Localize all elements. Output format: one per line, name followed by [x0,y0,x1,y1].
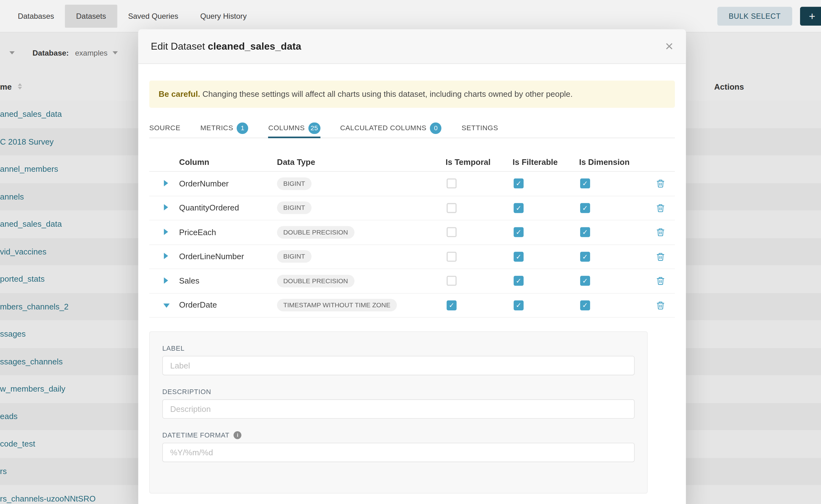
delete-column-icon[interactable] [656,179,665,188]
warning-bold-text: Be careful. [159,90,200,98]
tab-metrics[interactable]: METRICS1 [200,118,248,138]
modal-tabs: SOURCEMETRICS1COLUMNS25CALCULATED COLUMN… [149,118,675,138]
is-filterable-checkbox[interactable]: ✓ [514,300,524,310]
is-temporal-checkbox[interactable] [447,227,457,237]
column-detail-panel: LABEL DESCRIPTION DATETIME FORMAT i [149,331,648,494]
info-icon[interactable]: i [234,431,241,439]
columns-table-body: OrderNumberBIGINT✓✓QuantityOrderedBIGINT… [149,172,675,318]
label-field-group: LABEL [162,344,635,375]
data-type-pill: BIGINT [277,202,311,214]
tab-count-badge: 0 [430,122,442,134]
column-name: OrderLineNumber [179,252,277,261]
warning-text: Changing these settings will affect all … [202,90,573,98]
delete-column-icon[interactable] [656,252,665,261]
expand-caret-icon[interactable] [164,229,168,235]
datetime-format-input[interactable] [162,443,635,462]
tab-columns[interactable]: COLUMNS25 [268,118,320,138]
column-name: PriceEach [179,228,277,237]
modal-title: Edit Dataset cleaned_sales_data [151,41,301,52]
data-type-pill: BIGINT [277,250,311,263]
column-row: QuantityOrderedBIGINT✓✓ [149,196,675,220]
columns-table: ColumnData TypeIs TemporalIs FilterableI… [149,153,675,318]
is-temporal-checkbox[interactable] [447,252,457,262]
data-type-pill: BIGINT [277,177,311,190]
expand-caret-icon[interactable] [164,277,168,284]
datetime-format-field-label: DATETIME FORMAT [162,431,230,439]
close-icon[interactable]: × [665,39,673,53]
column-name: QuantityOrdered [179,203,277,213]
is-filterable-checkbox[interactable]: ✓ [514,227,524,237]
collapse-caret-icon[interactable] [163,304,170,308]
modal-body: Be careful. Changing these settings will… [138,64,686,493]
column-header-is-dimension: Is Dimension [579,157,646,167]
column-name: OrderDate [179,300,277,310]
delete-column-icon[interactable] [656,228,665,236]
tab-source[interactable]: SOURCE [149,118,180,138]
tab-settings[interactable]: SETTINGS [462,118,498,138]
column-header-data-type: Data Type [277,157,446,167]
is-dimension-checkbox[interactable]: ✓ [580,252,590,262]
expand-caret-icon[interactable] [164,204,168,210]
modal-title-dataset-name: cleaned_sales_data [208,41,301,52]
column-row: OrderNumberBIGINT✓✓ [149,172,675,196]
column-row: OrderLineNumberBIGINT✓✓ [149,245,675,269]
description-field-group: DESCRIPTION [162,388,635,419]
tab-count-badge: 25 [308,122,320,134]
is-filterable-checkbox[interactable]: ✓ [514,203,524,213]
data-type-pill: TIMESTAMP WITHOUT TIME ZONE [277,299,397,311]
description-field-label: DESCRIPTION [162,388,211,396]
is-temporal-checkbox[interactable] [447,276,457,286]
modal-header: Edit Dataset cleaned_sales_data × [138,29,686,64]
is-dimension-checkbox[interactable]: ✓ [580,227,590,237]
column-row: SalesDOUBLE PRECISION✓✓ [149,269,675,293]
is-filterable-checkbox[interactable]: ✓ [514,179,524,189]
is-dimension-checkbox[interactable]: ✓ [580,179,590,189]
description-input[interactable] [162,399,635,419]
label-input[interactable] [162,356,635,375]
delete-column-icon[interactable] [656,301,665,309]
column-row: OrderDateTIMESTAMP WITHOUT TIME ZONE✓✓✓ [149,293,675,318]
tab-calculated-columns[interactable]: CALCULATED COLUMNS0 [340,118,442,138]
column-row: PriceEachDOUBLE PRECISION✓✓ [149,220,675,245]
modal-title-prefix: Edit Dataset [151,41,205,52]
data-type-pill: DOUBLE PRECISION [277,226,354,239]
tab-label: SOURCE [149,124,180,132]
warning-banner: Be careful. Changing these settings will… [149,81,675,108]
datetime-format-field-group: DATETIME FORMAT i [162,431,635,462]
tab-label: COLUMNS [268,124,305,132]
column-header-is-filterable: Is Filterable [513,157,579,167]
column-header-column: Column [179,157,277,167]
is-dimension-checkbox[interactable]: ✓ [580,203,590,213]
columns-table-header: ColumnData TypeIs TemporalIs FilterableI… [149,153,675,171]
column-name: Sales [179,276,277,286]
delete-column-icon[interactable] [656,276,665,285]
edit-dataset-modal: Edit Dataset cleaned_sales_data × Be car… [138,29,686,504]
data-type-pill: DOUBLE PRECISION [277,274,354,287]
tab-label: CALCULATED COLUMNS [340,124,427,132]
expand-caret-icon[interactable] [164,180,168,186]
column-name: OrderNumber [179,179,277,188]
is-dimension-checkbox[interactable]: ✓ [580,276,590,286]
label-field-label: LABEL [162,344,185,352]
column-header-is-temporal: Is Temporal [446,157,513,167]
is-filterable-checkbox[interactable]: ✓ [514,252,524,262]
tab-count-badge: 1 [237,122,248,134]
is-temporal-checkbox[interactable] [447,203,457,213]
is-filterable-checkbox[interactable]: ✓ [514,276,524,286]
delete-column-icon[interactable] [656,204,665,212]
is-dimension-checkbox[interactable]: ✓ [580,300,590,310]
screen: DatabasesDatasetsSaved QueriesQuery Hist… [0,0,821,504]
expand-caret-icon[interactable] [164,253,168,259]
is-temporal-checkbox[interactable]: ✓ [447,300,457,310]
tab-label: METRICS [200,124,233,132]
is-temporal-checkbox[interactable] [447,179,457,189]
tab-label: SETTINGS [462,124,498,132]
